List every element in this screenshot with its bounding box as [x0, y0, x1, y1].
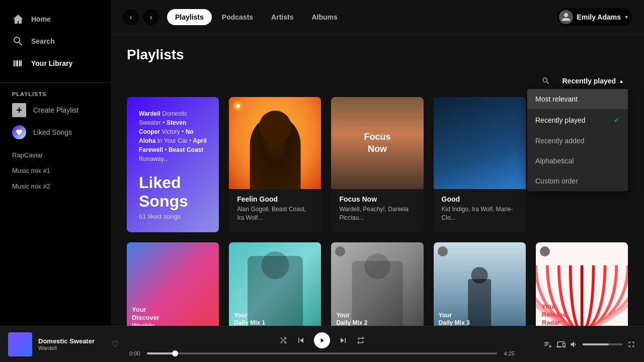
fullscreen-button[interactable] — [627, 340, 636, 349]
sidebar-playlist-musicmix2[interactable]: Music mix #2 — [0, 178, 111, 194]
next-button[interactable] — [338, 335, 348, 345]
sort-option-custom-order[interactable]: Custom order — [527, 171, 628, 191]
playlist-card-daily-mix-2[interactable]: YourDaily Mix 2 Daily Mix 2 The Serious … — [331, 242, 423, 326]
focus-now-body: Focus Now Wardell, Peachy!, Daniela Picc… — [331, 189, 423, 230]
like-button[interactable]: ♡ — [112, 339, 119, 349]
tab-podcasts[interactable]: Podcasts — [214, 9, 261, 25]
nav-arrows: ‹ › — [123, 9, 159, 25]
good-subtitle: Kid Indigo, Ira Wolf, Marie-Clo... — [442, 205, 518, 222]
sidebar-playlist-musicmix1[interactable]: Music mix #1 — [0, 163, 111, 178]
playlist-card-daily-mix-1[interactable]: YourDaily Mix 1 Daily Mix 1 Gene Evaro J… — [229, 242, 321, 326]
home-icon — [12, 13, 24, 25]
good-title: Good — [442, 195, 518, 203]
playlist-card-daily-mix-3[interactable]: YourDaily Mix 3 Daily Mix 3 Marie-Clo, N… — [434, 242, 526, 326]
playlist-card-focus-now[interactable]: FocusNow Focus Now Wardell, Peachy!, Dan… — [331, 97, 423, 232]
progress-bar-area: 0:00 4:25 — [127, 350, 517, 356]
sort-option-most-relevant[interactable]: Most relevant — [527, 89, 628, 109]
release-radar-overlay-text: YourReleaseRadar — [542, 303, 567, 326]
sidebar-divider — [0, 82, 111, 83]
create-playlist-label: Create Playlist — [33, 106, 78, 114]
volume-fill — [583, 343, 609, 345]
now-playing-art — [8, 332, 32, 356]
prev-button[interactable] — [296, 335, 306, 345]
user-menu[interactable]: Emily Adams ▾ — [557, 8, 632, 26]
now-playing-info: Domestic Sweater Wardell — [38, 337, 106, 351]
liked-songs-nav-label: Liked Songs — [33, 128, 72, 136]
sidebar-search-label: Search — [31, 37, 55, 45]
discover-overlay-text: YourDiscoverWeekly — [132, 306, 214, 326]
volume-track[interactable] — [583, 343, 623, 345]
now-playing-title: Domestic Sweater — [38, 337, 106, 345]
svg-point-0 — [236, 104, 240, 108]
sidebar-section-playlists: PLAYLISTS — [0, 87, 111, 99]
feelin-good-image — [229, 97, 321, 189]
playlist-card-good[interactable]: Good Kid Indigo, Ira Wolf, Marie-Clo... — [434, 97, 526, 232]
sidebar-playlist-rapcaviar[interactable]: RapCaviar — [0, 147, 111, 163]
progress-track[interactable] — [147, 352, 497, 354]
content-search-button[interactable] — [538, 73, 554, 89]
daily-mix-1-image: YourDaily Mix 1 — [229, 242, 321, 326]
tab-playlists[interactable]: Playlists — [167, 9, 212, 25]
sort-bar: Recently played ▲ Most relevant Recently… — [127, 73, 628, 89]
main-content: Playlists Recently played ▲ Most relevan… — [111, 35, 644, 326]
library-icon — [12, 57, 24, 69]
queue-button[interactable] — [543, 340, 552, 349]
tab-artists[interactable]: Artists — [263, 9, 301, 25]
time-current: 0:00 — [127, 350, 143, 356]
page-title: Playlists — [127, 47, 628, 63]
search-icon — [12, 35, 24, 47]
repeat-button[interactable] — [356, 336, 365, 345]
control-buttons — [279, 332, 365, 348]
sort-option-alphabetical[interactable]: Alphabetical — [527, 151, 628, 171]
sort-option-label: Alphabetical — [535, 157, 574, 165]
sort-dropdown-menu: Most relevant Recently played ✓ Recently… — [527, 89, 628, 191]
progress-fill — [147, 352, 175, 354]
good-body: Good Kid Indigo, Ira Wolf, Marie-Clo... — [434, 189, 526, 230]
volume-button[interactable] — [570, 340, 579, 349]
liked-songs-count: 61 liked songs — [139, 213, 207, 220]
sort-chevron-icon: ▲ — [619, 78, 624, 84]
sort-option-recently-added[interactable]: Recently added — [527, 131, 628, 151]
player-bar: Domestic Sweater Wardell ♡ 0:00 — [0, 326, 644, 362]
playlist-card-feelin-good[interactable]: Feelin Good Alan Gogoll, Beast Coast, Ir… — [229, 97, 321, 232]
focus-now-overlay-text: FocusNow — [364, 131, 390, 155]
check-icon: ✓ — [613, 115, 620, 125]
sort-option-label: Most relevant — [535, 95, 578, 103]
daily-mix-3-image: YourDaily Mix 3 — [434, 242, 526, 326]
devices-button[interactable] — [556, 340, 566, 349]
sidebar-item-search[interactable]: Search — [8, 30, 103, 52]
play-pause-button[interactable] — [314, 332, 330, 348]
player-extra — [525, 340, 636, 349]
daily3-overlay-text: YourDaily Mix 3 — [439, 312, 470, 326]
back-button[interactable]: ‹ — [123, 9, 139, 25]
feelin-good-body: Feelin Good Alan Gogoll, Beast Coast, Ir… — [229, 189, 321, 230]
sort-button[interactable]: Recently played ▲ — [558, 75, 628, 87]
shuffle-button[interactable] — [279, 336, 288, 345]
liked-songs-nav-item[interactable]: Liked Songs — [0, 121, 111, 143]
good-image — [434, 97, 526, 189]
topbar: ‹ › Playlists Podcasts Artists Albums Em… — [111, 0, 644, 35]
player-controls: 0:00 4:25 — [127, 332, 517, 356]
playlist-card-discover-weekly[interactable]: YourDiscoverWeekly Discover Weekly Made … — [127, 242, 219, 326]
create-playlist-button[interactable]: + Create Playlist — [0, 99, 111, 121]
sidebar-playlist-list: RapCaviar Music mix #1 Music mix #2 — [0, 143, 111, 198]
tab-albums[interactable]: Albums — [303, 9, 345, 25]
sidebar-library-label: Your Library — [31, 59, 72, 67]
user-name: Emily Adams — [577, 13, 621, 21]
sidebar-item-library[interactable]: Your Library — [8, 52, 103, 74]
playlist-card-release-radar[interactable]: YourReleaseRadar Release Radar Made for … — [536, 242, 628, 326]
focus-now-image: FocusNow — [331, 97, 423, 189]
time-total: 4:25 — [501, 350, 517, 356]
sort-option-label: Custom order — [535, 177, 578, 185]
feelin-good-title: Feelin Good — [237, 195, 313, 203]
sort-option-recently-played[interactable]: Recently played ✓ — [527, 109, 628, 131]
sort-option-label: Recently played — [535, 116, 586, 124]
sort-label: Recently played — [562, 77, 616, 85]
discover-weekly-image: YourDiscoverWeekly — [127, 242, 219, 326]
now-playing-artist: Wardell — [38, 345, 106, 351]
spotify-dot3-icon — [438, 246, 448, 256]
forward-button[interactable]: › — [143, 9, 159, 25]
spotify-dot-rr-icon — [540, 246, 550, 256]
sidebar-item-home[interactable]: Home — [8, 8, 103, 30]
playlist-card-liked-songs[interactable]: Wardell Domestic Sweater • Steven Cooper… — [127, 97, 219, 232]
